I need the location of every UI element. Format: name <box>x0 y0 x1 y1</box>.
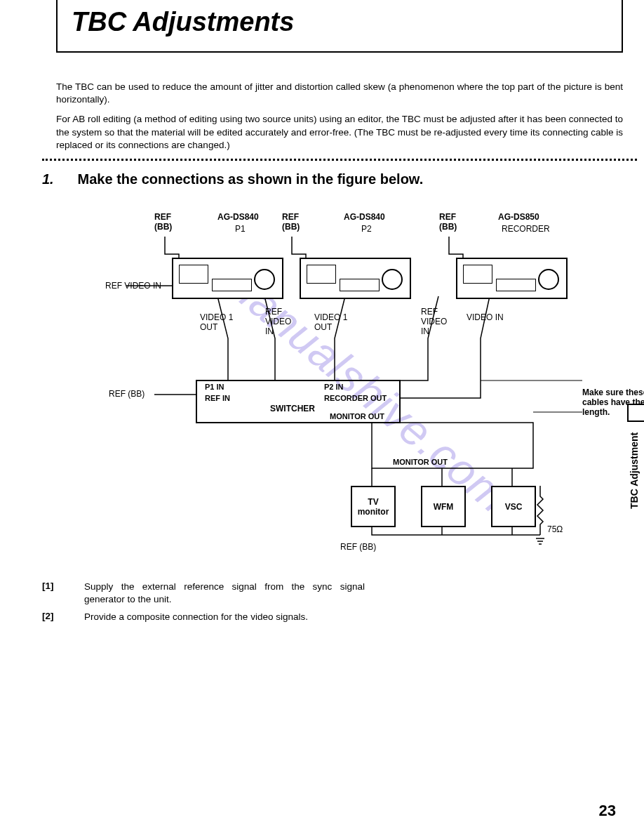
deck1-model: AG-DS840 <box>217 212 259 222</box>
ref-video-in-1: REF VIDEO IN <box>265 307 291 336</box>
vsc-box: VSC <box>491 486 536 527</box>
note-row: [1] Supply the external reference signal… <box>42 581 623 606</box>
video1-out-2: VIDEO 1 OUT <box>314 312 347 332</box>
page-number: 23 <box>599 802 616 820</box>
page-title: TBC Adjustments <box>72 7 608 37</box>
deck3-role: RECORDER <box>502 224 550 234</box>
switcher-label: SWITCHER <box>270 404 315 413</box>
ref-bb-1: REF (BB) <box>154 212 172 232</box>
note-row: [2] Provide a composite connection for t… <box>42 611 623 623</box>
ref-in: REF IN <box>205 394 230 402</box>
p2-in: P2 IN <box>324 383 344 391</box>
deck3-model: AG-DS850 <box>498 212 539 222</box>
deck-1 <box>172 258 283 299</box>
note-number: [1] <box>42 581 84 591</box>
deck1-role: P1 <box>235 224 246 234</box>
note-text: Provide a composite connection for the v… <box>84 611 365 623</box>
dotted-divider <box>42 159 637 161</box>
page: TBC Adjustments The TBC can be used to r… <box>0 0 644 834</box>
notes-list: [1] Supply the external reference signal… <box>42 581 623 623</box>
intro-paragraph-2: For AB roll editing (a method of editing… <box>56 113 623 152</box>
monitor-out-2: MONITOR OUT <box>393 458 448 466</box>
ref-bb-2: REF (BB) <box>282 212 300 232</box>
title-box: TBC Adjustments <box>56 0 623 53</box>
deck2-model: AG-DS840 <box>344 212 385 222</box>
ref-bb-left: REF (BB) <box>109 389 145 399</box>
p1-in: P1 IN <box>205 383 224 391</box>
recorder-out: RECORDER OUT <box>324 394 387 402</box>
note-text: Supply the external reference signal fro… <box>84 581 365 606</box>
tv-monitor-box: TV monitor <box>351 486 396 527</box>
deck2-role: P2 <box>361 224 372 234</box>
ref-bb-3: REF (BB) <box>439 212 457 232</box>
video1-out-1: VIDEO 1 OUT <box>200 312 233 332</box>
step-heading: 1. Make the connections as shown in the … <box>42 171 623 187</box>
monitor-out-1: MONITOR OUT <box>330 412 384 421</box>
deck-2 <box>300 258 411 299</box>
deck-3 <box>456 258 568 299</box>
video-in-label: VIDEO IN <box>467 312 504 322</box>
note-number: [2] <box>42 611 84 621</box>
step-text: Make the connections as shown in the fig… <box>78 171 424 187</box>
side-tab: TBC Adjustment <box>624 421 644 519</box>
side-tab-box <box>627 404 644 422</box>
ref-video-in-2: REF VIDEO IN <box>421 307 447 336</box>
step-number: 1. <box>42 171 74 187</box>
wfm-box: WFM <box>421 486 466 527</box>
intro-paragraph-1: The TBC can be used to reduce the amount… <box>56 81 623 106</box>
ref-bb-bottom: REF (BB) <box>340 542 376 552</box>
ref-video-in-label: REF VIDEO IN <box>105 281 161 291</box>
connection-diagram: manualshive.com <box>91 201 638 574</box>
terminator-label: 75Ω <box>547 524 563 534</box>
